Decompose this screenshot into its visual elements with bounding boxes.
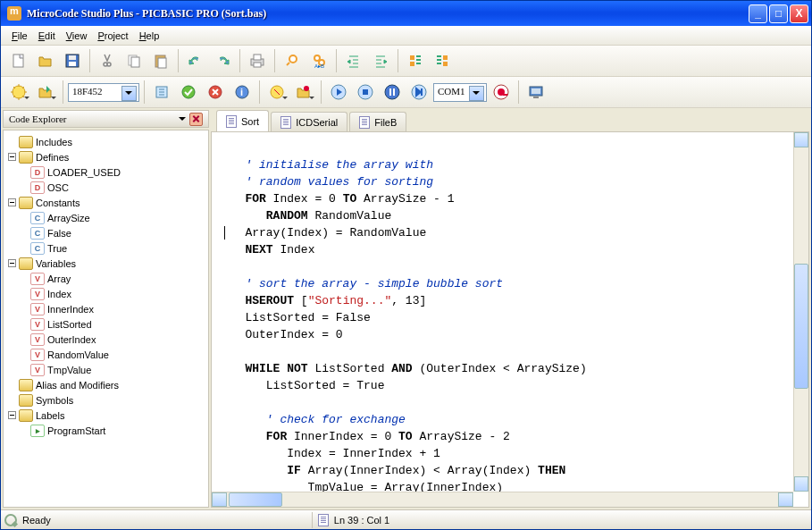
titlebar[interactable]: MicroCode Studio Plus - PICBASIC PRO (So… (1, 1, 811, 26)
scroll-down-button[interactable] (794, 476, 808, 492)
svg-rect-36 (503, 94, 507, 96)
find-replace-button[interactable]: A▸B (306, 48, 331, 73)
svg-rect-3 (69, 55, 76, 60)
pause-button[interactable] (380, 80, 405, 105)
cursor-position: Ln 39 : Col 1 (334, 515, 389, 526)
svg-point-11 (289, 55, 297, 63)
tree-constants[interactable]: Constants (5, 195, 206, 210)
redo-button[interactable] (210, 48, 235, 73)
info-button[interactable]: i (230, 80, 255, 105)
icd-compile-dropdown-button[interactable] (264, 80, 289, 105)
close-button[interactable]: X (790, 4, 808, 23)
folder-icon (19, 151, 33, 164)
code-content[interactable]: ' initialise the array with ' random val… (212, 132, 808, 507)
minimize-button[interactable]: _ (749, 4, 767, 23)
constant-icon: C (30, 242, 45, 255)
tree-innerindex[interactable]: VInnerIndex (5, 301, 206, 316)
tree-programstart[interactable]: ▸ProgramStart (5, 423, 206, 438)
compile-button[interactable] (149, 80, 174, 105)
record-button[interactable] (489, 80, 514, 105)
print-button[interactable] (245, 48, 270, 73)
scroll-left-button[interactable] (212, 492, 227, 507)
paste-button[interactable] (148, 48, 173, 73)
tree-randomvalue[interactable]: VRandomValue (5, 347, 206, 362)
outdent-button[interactable] (368, 48, 393, 73)
step-button[interactable] (406, 80, 431, 105)
tree-defines[interactable]: Defines (5, 149, 206, 164)
svg-point-12 (314, 55, 320, 61)
serial-monitor-button[interactable] (523, 80, 548, 105)
svg-point-27 (331, 85, 346, 99)
block-indent-button[interactable] (403, 48, 428, 73)
separator (518, 80, 519, 104)
tab-icdserial[interactable]: ICDSerial (271, 112, 347, 131)
scroll-up-button[interactable] (794, 132, 808, 147)
menu-view[interactable]: View (61, 28, 93, 44)
code-editor[interactable]: ' initialise the array with ' random val… (211, 131, 809, 508)
indent-button[interactable] (341, 48, 366, 73)
tree-loader-used[interactable]: DLOADER_USED (5, 164, 206, 180)
separator (274, 49, 275, 72)
copy-button[interactable] (121, 48, 146, 73)
horizontal-scrollbar[interactable] (212, 492, 793, 507)
scroll-right-button[interactable] (778, 492, 793, 507)
tree-labels[interactable]: Labels (5, 408, 206, 423)
open-file-button[interactable] (33, 48, 58, 73)
scroll-thumb[interactable] (229, 492, 282, 507)
svg-rect-38 (532, 88, 540, 94)
constant-icon: C (30, 212, 45, 224)
variable-icon: V (30, 273, 45, 285)
tab-fileb[interactable]: FileB (349, 112, 406, 131)
app-icon (7, 6, 21, 21)
icd-program-dropdown-button[interactable] (291, 80, 316, 105)
tree-variables[interactable]: Variables (5, 256, 206, 271)
run-button[interactable] (326, 80, 351, 105)
menu-project[interactable]: Project (92, 28, 133, 44)
save-file-button[interactable] (60, 48, 85, 73)
separator (398, 49, 398, 72)
tree-includes[interactable]: Includes (5, 134, 206, 149)
tree-array[interactable]: VArray (5, 271, 206, 286)
code-explorer-tree[interactable]: Includes Defines DLOADER_USED DOSC Const… (3, 130, 209, 508)
file-icon (280, 116, 291, 129)
scroll-thumb[interactable] (794, 264, 808, 389)
tree-osc[interactable]: DOSC (5, 180, 206, 195)
block-outdent-button[interactable] (430, 48, 455, 73)
window-title: MicroCode Studio Plus - PICBASIC PRO (So… (25, 7, 747, 21)
tree-false[interactable]: CFalse (5, 225, 206, 240)
tree-listsorted[interactable]: VListSorted (5, 316, 206, 332)
find-button[interactable] (280, 48, 305, 73)
dropdown-icon[interactable] (179, 117, 186, 124)
tree-index[interactable]: VIndex (5, 286, 206, 301)
tree-symbols[interactable]: Symbols (5, 392, 206, 408)
new-file-button[interactable] (6, 48, 31, 73)
com-port-select[interactable]: COM1 (433, 83, 487, 102)
tree-tmpvalue[interactable]: VTmpValue (5, 362, 206, 377)
collapse-icon[interactable] (8, 411, 16, 419)
compile-program-dropdown-button[interactable] (33, 80, 58, 105)
target-chip-select[interactable]: 18F452 (68, 83, 139, 102)
compile-ok-button[interactable] (176, 80, 201, 105)
code-explorer-panel: Code Explorer Includes Defines DLOADER_U… (1, 108, 211, 509)
tab-sort[interactable]: Sort (216, 110, 269, 131)
collapse-icon[interactable] (8, 259, 16, 267)
undo-button[interactable] (183, 48, 208, 73)
menu-edit[interactable]: Edit (33, 28, 61, 44)
status-text: Ready (22, 515, 51, 526)
collapse-icon[interactable] (8, 153, 16, 161)
code-explorer-title: Code Explorer (9, 114, 66, 124)
vertical-scrollbar[interactable] (793, 132, 808, 492)
maximize-button[interactable]: □ (769, 4, 788, 23)
menu-help[interactable]: Help (134, 28, 165, 44)
compile-dropdown-button[interactable] (6, 80, 31, 105)
collapse-icon[interactable] (8, 198, 16, 206)
tree-true[interactable]: CTrue (5, 240, 206, 256)
tree-outerindex[interactable]: VOuterIndex (5, 332, 206, 347)
compile-error-button[interactable] (203, 80, 228, 105)
cut-button[interactable] (95, 48, 120, 73)
close-panel-button[interactable] (189, 113, 203, 126)
tree-alias[interactable]: Alias and Modifiers (5, 377, 206, 392)
stop-button[interactable] (353, 80, 378, 105)
tree-arraysize[interactable]: CArraySize (5, 210, 206, 225)
menu-file[interactable]: File (6, 28, 33, 44)
